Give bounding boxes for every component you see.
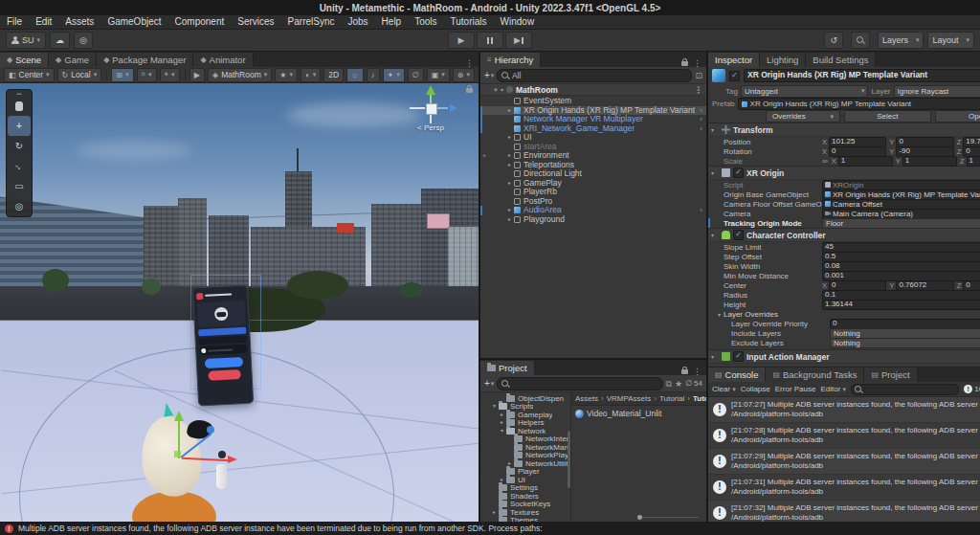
menu-item[interactable]: Tools <box>408 15 443 29</box>
view-tab[interactable]: ◆ Game <box>49 53 97 67</box>
foldout-icon[interactable]: ▾ <box>711 126 719 133</box>
gizmo-center[interactable] <box>426 103 437 115</box>
pause-button[interactable] <box>477 32 503 49</box>
value-input[interactable]: 0.08 <box>822 261 980 272</box>
info-count-badge[interactable]: !10 <box>964 385 980 393</box>
hidden-count-badge[interactable]: ∅54 <box>685 379 702 388</box>
visibility-toggle-icon[interactable]: ⌖ <box>482 151 486 161</box>
property-row[interactable]: Rotation X0 Y-90 Z0 ⊙ ▾ <box>708 146 980 156</box>
cloud-button[interactable]: ☁ <box>50 32 70 49</box>
tag-dropdown[interactable]: Untagged▾ <box>741 85 869 98</box>
console-entry[interactable]: ! [21:07:31] Multiple ADB server instanc… <box>708 475 980 501</box>
hierarchy-row[interactable]: Directional Light <box>480 169 706 179</box>
play-button[interactable]: ▶ <box>448 32 475 49</box>
menu-item[interactable]: Edit <box>29 15 58 29</box>
menu-item[interactable]: GameObject <box>100 15 167 29</box>
select-button[interactable]: Select <box>844 110 931 123</box>
gameobject-name-field[interactable]: XR Origin Hands (XR Rig) MP Template Var… <box>744 69 980 82</box>
hierarchy-row[interactable]: ▸ UI <box>480 133 706 143</box>
hierarchy-row[interactable]: ▸ Teleportations <box>480 161 706 170</box>
property-row[interactable]: Camera Floor Offset GameObject Camera Of… <box>708 199 980 209</box>
foldout-icon[interactable]: ▸ <box>505 179 514 189</box>
x-input[interactable]: 0 <box>829 280 886 291</box>
create-button[interactable]: +▾ <box>484 378 494 389</box>
property-row[interactable]: Script XROrigin XROrigin⊙ XROrigin▾ <box>708 180 980 189</box>
tab-project[interactable]: Project <box>480 361 535 375</box>
tool-orientation-button[interactable]: ↻Local▾ <box>57 68 102 82</box>
gizmo-y-axis[interactable] <box>426 85 435 95</box>
hierarchy-row[interactable]: XRI_Network_Game_Manager › <box>480 124 706 134</box>
foldout-icon[interactable]: ▸ <box>505 215 514 225</box>
z-input[interactable]: 0 <box>963 280 980 291</box>
2d-toggle-button[interactable]: 2D <box>323 68 344 82</box>
foldout-icon[interactable]: ▸ <box>505 206 514 215</box>
slider-handle[interactable] <box>637 515 642 520</box>
thumbnail-size-slider[interactable] <box>571 512 706 522</box>
view-tab[interactable]: ◆ Scene <box>0 53 49 67</box>
foldout-icon[interactable]: ▸ <box>505 106 514 116</box>
hierarchy-row[interactable]: ▸ AudioArea › <box>480 206 706 215</box>
lock-icon[interactable] <box>681 369 688 375</box>
prefab-arrow-icon[interactable]: › <box>700 206 702 215</box>
scrollbar[interactable] <box>568 431 570 488</box>
version-control-button[interactable]: ◎ <box>74 32 93 49</box>
foldout-icon[interactable]: ▸ <box>505 133 514 143</box>
account-button[interactable]: SU ▾ <box>6 32 46 49</box>
slider-track[interactable] <box>637 517 699 518</box>
inspector-tab[interactable]: Lighting <box>760 53 806 67</box>
overrides-dropdown[interactable]: Overrides▾ <box>766 110 840 123</box>
menu-item[interactable]: Window <box>494 15 542 29</box>
property-row[interactable]: Radius X Y Z 0.1 0.1▾ <box>708 290 980 300</box>
property-row[interactable]: Include Layers Nothing Nothing▾ <box>708 328 980 338</box>
error-pause-button[interactable]: Error Pause <box>775 385 816 393</box>
draw-mode-button[interactable]: ◐▾ <box>301 68 321 82</box>
favorites-icon[interactable]: ★ <box>675 380 682 388</box>
inspector-tab[interactable]: Build Settings <box>806 53 876 67</box>
menu-item[interactable]: Jobs <box>341 15 374 29</box>
lighting-toggle-button[interactable]: ☼ <box>346 68 363 82</box>
breadcrumb-item[interactable]: Tutorial <box>651 394 684 403</box>
play-focused-button[interactable]: ▶ <box>189 68 205 82</box>
orientation-gizmo[interactable]: < Persp <box>404 85 457 135</box>
console-entry[interactable]: ! [21:07:27] Multiple ADB server instanc… <box>708 397 980 423</box>
scale-tool-button[interactable]: ↔ <box>8 156 31 176</box>
enabled-checkbox[interactable]: ✓ <box>733 167 744 178</box>
property-row[interactable]: Exclude Layers Nothing Nothing▾ <box>708 338 980 347</box>
scene-viewport[interactable]: ▬ + ↻ ↔ ▭ ◎ < Persp <box>0 83 479 522</box>
property-row[interactable]: Skin Width X Y Z 0.08 0.08▾ <box>708 261 980 271</box>
menu-item[interactable]: Tutorials <box>444 15 494 29</box>
hierarchy-search-field[interactable] <box>497 69 692 82</box>
collapse-button[interactable]: Collapse <box>741 385 770 393</box>
z-input[interactable]: 1 <box>967 156 980 167</box>
property-row[interactable]: Position X101.25 Y0 Z19.72 ⊙ ▾ <box>708 137 980 146</box>
saved-search-icon[interactable]: ⊡ <box>695 72 702 79</box>
property-row[interactable]: Tracking Origin Mode Floor Floor⊙ Floor▾ <box>708 218 980 228</box>
prefab-arrow-icon[interactable]: › <box>700 124 702 134</box>
project-search-input[interactable] <box>512 379 658 389</box>
lock-icon[interactable] <box>681 61 688 67</box>
x-input[interactable]: 1 <box>838 156 893 167</box>
kebab-menu-icon[interactable]: ⋮ <box>693 59 702 67</box>
menu-item[interactable]: Component <box>168 15 232 29</box>
foldout-icon[interactable]: ▾ <box>718 311 721 318</box>
layout-dropdown[interactable]: Layout▾ <box>927 32 974 49</box>
menu-item[interactable]: File <box>0 15 29 29</box>
transform-header[interactable]: ▾ Transform ?⇄⋮ <box>708 123 980 137</box>
foldout-icon[interactable]: ▾ <box>501 86 503 93</box>
move-gizmo-plane-handle[interactable] <box>174 451 181 457</box>
menu-item[interactable]: Services <box>231 15 280 29</box>
layers-dropdown[interactable]: Layers▾ <box>878 32 924 49</box>
input-action-manager-header[interactable]: ▾ ✓ Input Action Manager ?⇄⋮ <box>708 349 980 364</box>
dropdown[interactable]: Nothing▾ <box>830 328 980 339</box>
console-tab[interactable]: ▤ Console <box>708 368 766 382</box>
hierarchy-row[interactable]: PostPro <box>480 197 706 207</box>
inspector-tab[interactable]: Inspector <box>708 53 760 67</box>
value-input[interactable]: 45 <box>822 242 980 253</box>
foldout-icon[interactable]: ▸ <box>505 151 514 161</box>
console-tab[interactable]: ▤ Background Tasks <box>766 368 864 382</box>
hierarchy-row[interactable]: startArea <box>480 143 706 152</box>
pointer-icon[interactable]: ⌖ <box>494 86 498 94</box>
link-icon[interactable]: ∞ <box>822 157 828 166</box>
status-bar[interactable]: ! Multiple ADB server instances found, t… <box>0 522 980 535</box>
editor-dropdown[interactable]: Editor▾ <box>820 385 845 393</box>
